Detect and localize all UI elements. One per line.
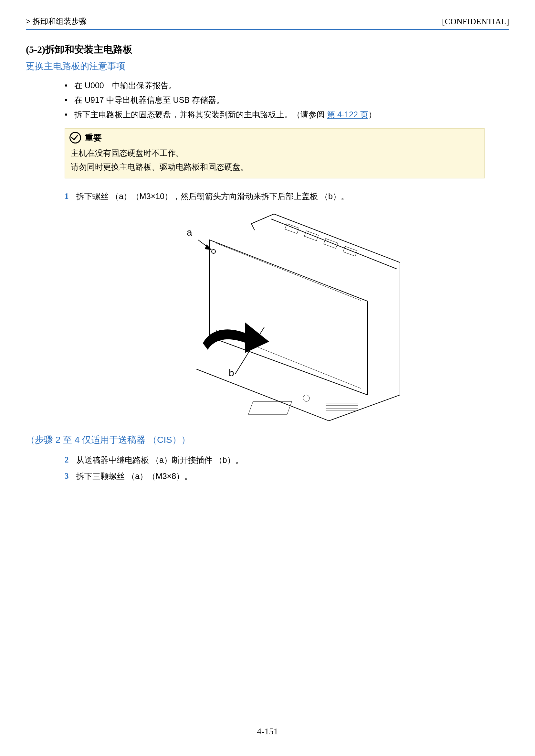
figure-svg: [135, 211, 400, 421]
step-text: 拆下三颗螺丝 （a）（M3×8）。: [76, 468, 192, 484]
list-item: 拆下主电路板上的固态硬盘，并将其安装到新的主电路板上。（请参阅 第 4-122 …: [65, 107, 509, 122]
check-circle-icon: [70, 132, 81, 143]
svg-rect-21: [304, 231, 319, 241]
svg-line-6: [251, 224, 255, 230]
list-text: 在 U917 中导出机器信息至 USB 存储器。: [74, 95, 224, 104]
figure-label-b: b: [229, 367, 234, 378]
figure: a b: [135, 211, 400, 421]
note-line: 请勿同时更换主电路板、驱动电路板和固态硬盘。: [71, 160, 478, 174]
step-item: 2 从送稿器中继电路板 （a）断开接插件 （b）。: [65, 452, 509, 468]
page-ref-link[interactable]: 第 4-122 页: [327, 110, 368, 119]
svg-rect-22: [324, 239, 338, 248]
page: > 拆卸和组装步骤 [CONFIDENTIAL] (5-2)拆卸和安装主电路板 …: [0, 0, 535, 756]
breadcrumb: > 拆卸和组装步骤: [26, 16, 87, 26]
header-divider: [26, 29, 509, 30]
step-list: 1 拆下螺丝 （a）（M3×10），然后朝箭头方向滑动来拆下后部上盖板 （b）。: [65, 188, 509, 204]
svg-rect-15: [248, 401, 292, 414]
note-line: 主机在没有固态硬盘时不工作。: [71, 146, 478, 160]
list-text: 拆下主电路板上的固态硬盘，并将其安装到新的主电路板上。（请参阅: [74, 110, 327, 119]
page-number: 4-151: [0, 726, 535, 737]
list-text: ）: [368, 110, 376, 119]
header: > 拆卸和组装步骤 [CONFIDENTIAL]: [26, 16, 509, 29]
svg-line-3: [329, 395, 400, 421]
confidential-label: [CONFIDENTIAL]: [442, 17, 509, 26]
step-item: 3 拆下三颗螺丝 （a）（M3×8）。: [65, 468, 509, 484]
svg-line-1: [271, 219, 397, 269]
step-list: 2 从送稿器中继电路板 （a）断开接插件 （b）。 3 拆下三颗螺丝 （a）（M…: [65, 452, 509, 484]
sub-heading: 更换主电路板的注意事项: [26, 60, 509, 73]
svg-line-4: [196, 369, 329, 421]
svg-rect-23: [343, 246, 357, 256]
svg-line-5: [251, 214, 274, 224]
svg-line-0: [274, 214, 400, 262]
note-heading: 重要: [65, 129, 484, 145]
step-item: 1 拆下螺丝 （a）（M3×10），然后朝箭头方向滑动来拆下后部上盖板 （b）。: [65, 188, 509, 204]
list-item: 在 U917 中导出机器信息至 USB 存储器。: [65, 93, 509, 107]
section-title: (5-2)拆卸和安装主电路板: [26, 43, 509, 56]
step-number: 3: [65, 468, 76, 484]
note-title: 重要: [85, 132, 102, 143]
important-note: 重要 主机在没有固态硬盘时不工作。 请勿同时更换主电路板、驱动电路板和固态硬盘。: [65, 128, 485, 178]
step-number: 2: [65, 452, 76, 468]
list-text: 在 U000 中输出保养报告。: [74, 81, 177, 90]
note-body: 主机在没有固态硬盘时不工作。 请勿同时更换主电路板、驱动电路板和固态硬盘。: [65, 145, 484, 178]
sub-section-heading: （步骤 2 至 4 仅适用于送稿器 （CIS））: [26, 434, 509, 446]
figure-label-a: a: [187, 227, 192, 238]
step-text: 拆下螺丝 （a）（M3×10），然后朝箭头方向滑动来拆下后部上盖板 （b）。: [76, 188, 349, 204]
svg-point-14: [303, 395, 309, 401]
step-number: 1: [65, 188, 76, 204]
bullet-list: 在 U000 中输出保养报告。 在 U917 中导出机器信息至 USB 存储器。…: [65, 78, 509, 122]
list-item: 在 U000 中输出保养报告。: [65, 78, 509, 93]
svg-point-12: [211, 249, 215, 253]
step-text: 从送稿器中继电路板 （a）断开接插件 （b）。: [76, 452, 243, 468]
